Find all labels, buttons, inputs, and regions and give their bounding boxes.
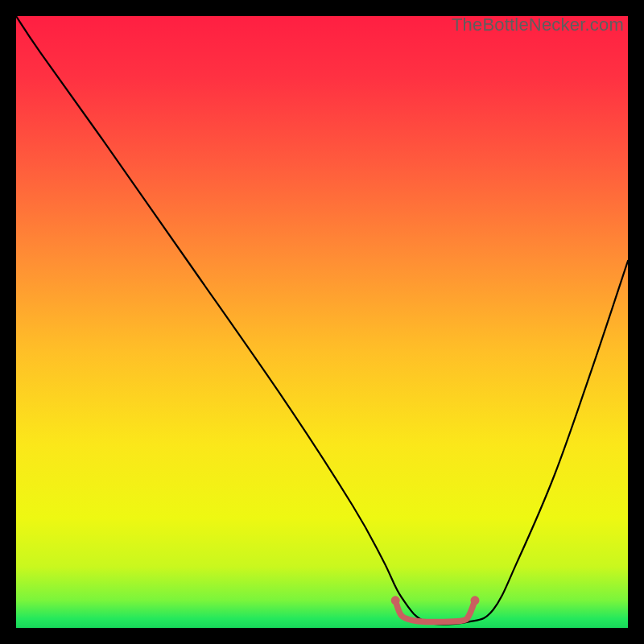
highlight-segment	[395, 601, 475, 622]
chart-curve-layer	[16, 16, 628, 628]
highlight-endcap-dot	[471, 596, 480, 605]
highlight-endcap-dot	[391, 596, 400, 605]
chart-frame: TheBottleNecker.com	[16, 16, 628, 628]
bottleneck-curve	[16, 16, 628, 625]
